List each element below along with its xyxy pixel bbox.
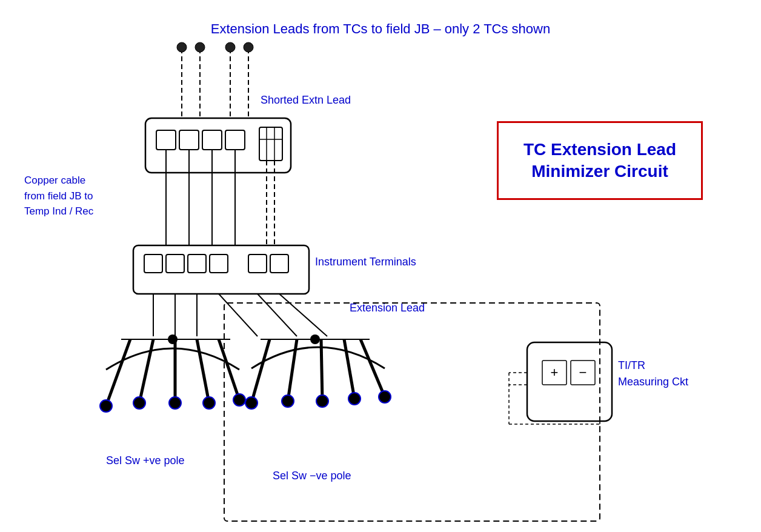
svg-rect-23: [133, 245, 309, 294]
svg-point-56: [348, 393, 361, 405]
svg-line-51: [288, 339, 297, 401]
diagram-container: Extension Leads from TCs to field JB – o…: [0, 0, 761, 532]
svg-point-44: [203, 397, 215, 409]
sel-sw-pos-label: Sel Sw +ve pole: [106, 454, 185, 467]
svg-point-40: [133, 397, 145, 409]
svg-rect-9: [156, 130, 176, 150]
svg-rect-26: [188, 254, 206, 273]
ti-tr-label: TI/TRMeasuring Ckt: [618, 357, 688, 390]
svg-text:−: −: [579, 365, 587, 380]
svg-rect-29: [270, 254, 288, 273]
svg-line-57: [361, 339, 385, 397]
title-box-text: TC Extension LeadMinimizer Circuit: [523, 139, 676, 183]
shorted-extn-label: Shorted Extn Lead: [261, 94, 351, 107]
svg-line-34: [258, 294, 297, 336]
svg-line-55: [344, 339, 354, 399]
svg-rect-25: [166, 254, 184, 273]
svg-point-6: [225, 42, 235, 52]
svg-line-53: [321, 339, 322, 401]
svg-line-35: [279, 294, 327, 336]
svg-point-42: [169, 397, 181, 409]
copper-cable-label: Copper cablefrom field JB toTemp Ind / R…: [24, 173, 93, 219]
svg-point-46: [233, 394, 245, 406]
svg-rect-12: [225, 130, 245, 150]
svg-point-59: [310, 334, 320, 344]
svg-rect-65: [224, 303, 600, 521]
svg-text:+: +: [551, 365, 559, 380]
svg-rect-28: [248, 254, 267, 273]
svg-point-47: [168, 334, 178, 344]
sel-sw-neg-label: Sel Sw −ve pole: [273, 470, 351, 482]
svg-point-38: [100, 400, 112, 412]
svg-rect-24: [144, 254, 162, 273]
svg-point-7: [244, 42, 253, 52]
svg-rect-8: [145, 118, 291, 173]
svg-rect-27: [210, 254, 228, 273]
title-box: TC Extension LeadMinimizer Circuit: [497, 121, 703, 200]
svg-line-45: [219, 339, 239, 400]
svg-rect-13: [259, 127, 282, 161]
svg-point-58: [379, 391, 391, 403]
svg-point-52: [282, 395, 294, 407]
svg-line-49: [251, 339, 270, 403]
extension-lead-label: Extension Lead: [350, 302, 425, 314]
instrument-terminals-label: Instrument Terminals: [315, 256, 416, 268]
svg-rect-10: [179, 130, 199, 150]
svg-point-54: [316, 395, 328, 407]
svg-point-4: [177, 42, 187, 52]
main-title-text: Extension Leads from TCs to field JB – o…: [211, 21, 550, 36]
svg-point-50: [245, 397, 258, 409]
svg-line-39: [139, 339, 153, 403]
svg-line-37: [106, 339, 130, 406]
svg-line-43: [197, 339, 209, 403]
svg-rect-11: [202, 130, 222, 150]
svg-point-5: [195, 42, 205, 52]
